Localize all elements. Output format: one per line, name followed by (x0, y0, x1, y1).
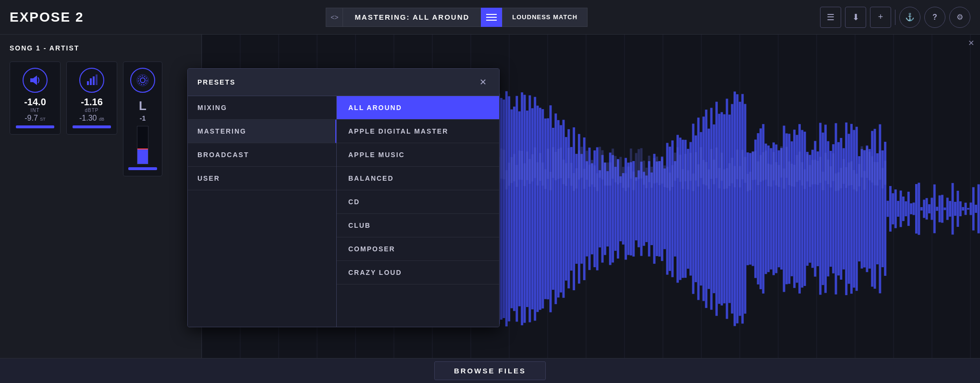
app-title: EXPOSE 2 (10, 10, 84, 25)
hamburger-line (486, 14, 497, 15)
gear-icon: ⚙ (956, 12, 963, 22)
loudness-match-button[interactable]: LOUDNESS MATCH (502, 8, 588, 27)
category-user[interactable]: USER (188, 167, 336, 190)
key-button[interactable]: ⚓ (899, 7, 920, 28)
hamburger-menu-button[interactable] (481, 8, 502, 27)
preset-apple-music[interactable]: APPLE MUSIC (337, 143, 499, 167)
preset-all-around[interactable]: ALL AROUND (337, 96, 499, 120)
preset-apple-digital-master[interactable]: APPLE DIGITAL MASTER (337, 120, 499, 143)
hamburger-line (486, 20, 497, 21)
top-bar: EXPOSE 2 <> MASTERING: ALL AROUND LOUDNE… (0, 0, 980, 35)
presets-header: PRESETS ✕ (188, 69, 499, 96)
presets-body: MIXING MASTERING BROADCAST USER ALL AROU… (188, 96, 499, 327)
category-mixing[interactable]: MIXING (188, 96, 336, 120)
download-icon: ⬇ (852, 12, 859, 23)
preset-cd[interactable]: CD (337, 190, 499, 214)
icon-divider (895, 10, 895, 25)
main-content: SONG 1 - ARTIST -14.0 INT -9.7 ST (0, 35, 980, 383)
center-section: <> MASTERING: ALL AROUND LOUDNESS MATCH (101, 8, 812, 27)
list-icon: ☰ (827, 12, 834, 23)
question-icon: ? (932, 13, 937, 22)
preset-nav-button[interactable]: <> (326, 8, 343, 27)
list-button[interactable]: ☰ (820, 7, 841, 28)
settings-button[interactable]: ⚙ (949, 7, 970, 28)
preset-club[interactable]: CLUB (337, 214, 499, 237)
close-icon: ✕ (479, 77, 487, 87)
key-icon: ⚓ (905, 12, 915, 22)
help-button[interactable]: ? (924, 7, 945, 28)
hamburger-line (486, 17, 497, 18)
presets-modal-overlay: PRESETS ✕ MIXING MASTERING BROADCAST USE… (0, 35, 980, 383)
presets-categories-list: MIXING MASTERING BROADCAST USER (188, 96, 337, 327)
presets-close-button[interactable]: ✕ (476, 75, 490, 89)
preset-balanced[interactable]: BALANCED (337, 167, 499, 190)
presets-title: PRESETS (197, 78, 235, 86)
top-right-icons: ☰ ⬇ + ⚓ ? ⚙ (820, 7, 970, 28)
plus-icon: + (878, 12, 883, 22)
presets-modal: PRESETS ✕ MIXING MASTERING BROADCAST USE… (187, 68, 500, 327)
mastering-label: MASTERING: ALL AROUND (343, 8, 481, 27)
presets-items-list: ALL AROUND APPLE DIGITAL MASTER APPLE MU… (337, 96, 499, 327)
add-button[interactable]: + (870, 7, 891, 28)
category-broadcast[interactable]: BROADCAST (188, 143, 336, 167)
category-mastering[interactable]: MASTERING (188, 120, 336, 143)
download-button[interactable]: ⬇ (845, 7, 866, 28)
preset-crazy-loud[interactable]: CRAZY LOUD (337, 261, 499, 284)
preset-composer[interactable]: COMPOSER (337, 237, 499, 261)
nav-arrows-icon: <> (331, 13, 338, 21)
